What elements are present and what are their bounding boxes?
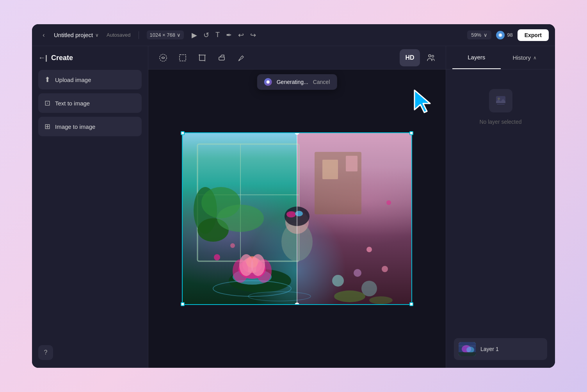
right-panel-tabs: Layers History ∧: [446, 46, 555, 69]
erase-button[interactable]: [213, 49, 230, 66]
sidebar-item-upload[interactable]: ⬆ Upload image: [38, 70, 142, 89]
svg-point-31: [286, 211, 296, 217]
pen-tool-button[interactable]: ✒: [226, 31, 232, 39]
image-to-image-icon: ⊞: [44, 122, 50, 131]
canvas-image: [182, 132, 412, 305]
layer-item[interactable]: Layer 1: [454, 338, 547, 360]
redo-button[interactable]: ↪: [250, 31, 256, 39]
zoom-selector[interactable]: 59% ∨: [467, 30, 491, 39]
layer-name: Layer 1: [480, 346, 499, 352]
cancel-button[interactable]: Cancel: [313, 79, 330, 85]
canvas-viewport[interactable]: Generating... Cancel: [148, 69, 446, 368]
app-window: ‹ Untitled project ∨ Autosaved 1024 × 76…: [32, 24, 555, 368]
header-tools: ▶ ↺ T ✒ ↩ ↪: [192, 31, 256, 39]
svg-point-48: [498, 98, 500, 100]
sidebar-bottom: ?: [38, 345, 142, 360]
svg-point-40: [214, 254, 220, 260]
brush-button[interactable]: [233, 49, 250, 66]
svg-rect-50: [498, 105, 504, 106]
sidebar-image-to-image-label: Image to image: [55, 123, 95, 130]
undo-button[interactable]: ↩: [238, 31, 244, 39]
canvas-size-value: 1024 × 768: [150, 32, 175, 38]
svg-point-45: [369, 296, 393, 304]
upload-icon: ⬆: [44, 75, 50, 84]
svg-point-0: [160, 54, 167, 61]
sidebar-item-image-to-image[interactable]: ⊞ Image to image: [38, 117, 142, 136]
text-to-image-icon: ⊡: [44, 99, 50, 107]
selection-button[interactable]: [174, 49, 191, 66]
svg-marker-46: [414, 90, 430, 112]
project-name-button[interactable]: Untitled project ∨: [54, 32, 99, 38]
layers-tab-label: Layers: [468, 54, 485, 61]
generating-popup: Generating... Cancel: [257, 74, 337, 90]
generating-spinner-icon: [264, 78, 272, 86]
svg-point-16: [217, 205, 264, 232]
tab-layers[interactable]: Layers: [452, 46, 501, 69]
svg-point-53: [466, 347, 474, 353]
canvas-size-chevron: ∨: [177, 32, 181, 38]
text-tool-button[interactable]: T: [215, 31, 220, 39]
sidebar-text-to-image-label: Text to image: [55, 100, 90, 107]
project-name-chevron: ∨: [95, 32, 99, 38]
project-name: Untitled project: [54, 32, 93, 38]
canvas-container: [182, 132, 412, 305]
sidebar-item-text-to-image[interactable]: ⊡ Text to image: [38, 93, 142, 113]
help-button[interactable]: ?: [38, 345, 53, 360]
credits-display: ◉ 98: [496, 31, 512, 39]
svg-point-39: [382, 266, 388, 272]
canvas-size-selector[interactable]: 1024 × 768 ∨: [147, 30, 184, 39]
svg-rect-1: [180, 55, 186, 61]
export-button[interactable]: Export: [518, 29, 549, 41]
right-panel-content: No layer selected Layer 1: [446, 69, 555, 368]
svg-rect-34: [322, 160, 338, 179]
svg-rect-49: [497, 104, 505, 105]
history-chevron-icon: ∧: [533, 55, 537, 61]
rotate-tool-button[interactable]: ↺: [203, 31, 209, 39]
header: ‹ Untitled project ∨ Autosaved 1024 × 76…: [32, 24, 555, 46]
svg-rect-7: [219, 57, 224, 60]
people-button[interactable]: [422, 49, 439, 66]
no-layer-text: No layer selected: [479, 119, 521, 125]
svg-point-9: [432, 55, 434, 57]
sidebar-header: ←| Create: [38, 54, 142, 62]
header-divider: [139, 31, 139, 39]
svg-point-25: [251, 254, 265, 276]
back-button[interactable]: ‹: [38, 30, 49, 41]
zoom-chevron: ∨: [484, 32, 487, 38]
layer-thumbnail: [459, 342, 476, 356]
tab-history[interactable]: History ∧: [501, 46, 549, 69]
cursor-arrow: [411, 88, 438, 117]
history-tab-label: History: [512, 54, 531, 61]
svg-point-44: [334, 290, 365, 302]
no-layer-icon-container: [489, 89, 512, 112]
svg-point-42: [366, 247, 372, 252]
help-icon: ?: [44, 349, 48, 356]
crop-button[interactable]: [194, 49, 211, 66]
canvas-area: HD Generating... Cancel: [148, 46, 446, 368]
canvas-split-line: [297, 132, 297, 305]
svg-point-37: [354, 269, 361, 277]
magic-select-button[interactable]: [155, 49, 172, 66]
credits-icon: ◉: [496, 31, 505, 39]
right-panel: Layers History ∧ No layer: [446, 46, 555, 368]
zoom-value: 59%: [471, 32, 481, 38]
svg-point-36: [332, 275, 344, 287]
svg-rect-35: [346, 156, 358, 171]
create-back-icon: ←|: [38, 54, 47, 62]
svg-rect-54: [459, 352, 476, 356]
svg-rect-2: [199, 55, 205, 61]
select-tool-button[interactable]: ▶: [192, 31, 197, 39]
svg-point-43: [386, 200, 391, 205]
svg-point-32: [295, 211, 303, 216]
split-handle-bottom[interactable]: [295, 303, 299, 305]
hd-label: HD: [405, 54, 414, 61]
canvas-toolbar: HD: [148, 46, 446, 69]
main-body: ←| Create ⬆ Upload image ⊡ Text to image…: [32, 46, 555, 368]
autosaved-label: Autosaved: [107, 32, 130, 38]
sidebar: ←| Create ⬆ Upload image ⊡ Text to image…: [32, 46, 148, 368]
hd-button[interactable]: HD: [400, 49, 420, 66]
credits-count: 98: [507, 32, 512, 38]
sidebar-create-label: Create: [51, 54, 73, 62]
svg-point-8: [429, 55, 431, 57]
sidebar-upload-label: Upload image: [55, 77, 91, 83]
